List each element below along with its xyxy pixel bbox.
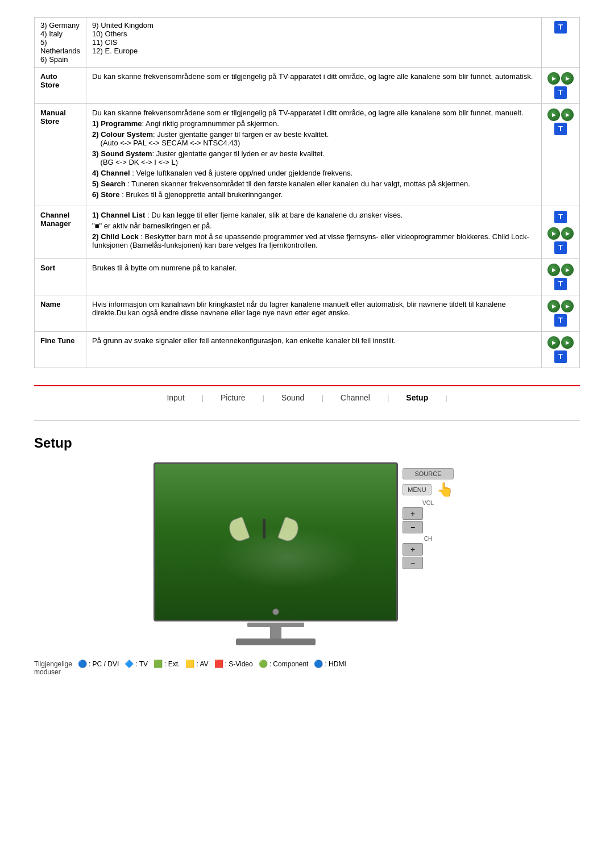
tv-background (155, 464, 396, 620)
nav-input[interactable]: Input (167, 393, 184, 402)
setup-title: Setup (34, 435, 580, 451)
legend-component: 🟢 : Component (259, 660, 309, 668)
nav-picture[interactable]: Picture (221, 393, 246, 402)
nav-sep-5: | (445, 394, 447, 402)
legend-row: Tilgjengelige 🔵 : PC / DVI 🔷 : TV 🟩 : Ex… (34, 660, 580, 668)
hdmi-icon: 🔵 (314, 660, 323, 668)
tv-side-panel: SOURCE MENU 👆 VOL + − CH + (403, 462, 454, 569)
component-icon: 🟢 (259, 660, 268, 668)
section-divider (34, 420, 580, 421)
navigation-bar: Input | Picture | Sound | Channel | Setu… (34, 385, 580, 409)
countries-row: 3) Germany 4) Italy 5) Netherlands 6) Sp… (35, 18, 580, 68)
vol-label: VOL (403, 500, 454, 506)
tv-stand-bottom (236, 639, 316, 645)
channel-manager-row: ChannelManager 1) Channel List : Du kan … (35, 206, 580, 259)
auto-store-row: AutoStore Du kan skanne frekvensområdene… (35, 68, 580, 104)
name-content: Hvis informasjon om kanalnavn blir kring… (86, 295, 542, 332)
arrow-icon-4 (561, 108, 574, 121)
nav-channel[interactable]: Channel (341, 393, 370, 402)
name-label: Name (35, 295, 86, 332)
manual-store-label: ManualStore (35, 104, 86, 206)
legend-svideo: 🟥 : S-Video (214, 660, 253, 668)
tv-power-dot (272, 608, 279, 615)
countries-icon-cell: T (542, 18, 580, 68)
arrow-icon-12 (561, 336, 574, 349)
legend-section: Tilgjengelige 🔵 : PC / DVI 🔷 : TV 🟩 : Ex… (34, 660, 580, 676)
arrow-icon-11 (547, 336, 560, 349)
ch-group: CH + − (403, 536, 454, 569)
menu-button[interactable]: MENU (403, 484, 432, 495)
legend-av: 🟨 : AV (185, 660, 208, 668)
fine-tune-row: Fine Tune På grunn av svake signaler ell… (35, 332, 580, 368)
vol-plus-button[interactable]: + (403, 507, 423, 520)
main-content-table: 3) Germany 4) Italy 5) Netherlands 6) Sp… (34, 17, 580, 368)
nav-sep-2: | (263, 394, 264, 402)
legend-tv: 🔷 : TV (125, 660, 148, 668)
flower-overlay (215, 527, 360, 589)
ch-plus-button[interactable]: + (403, 543, 423, 556)
hand-cursor-icon: 👆 (437, 482, 454, 498)
moduser-label: moduser (34, 668, 580, 676)
arrow-icon-7 (547, 264, 560, 276)
arrow-icon-10 (561, 300, 574, 312)
av-label: : AV (196, 660, 208, 668)
nav-sep-4: | (387, 394, 389, 402)
manual-store-content: Du kan skanne frekvensområdene som er ti… (86, 104, 542, 206)
legend-ext: 🟩 : Ext. (154, 660, 180, 668)
butterfly-body (263, 519, 265, 539)
arrow-icon-1 (547, 72, 560, 85)
countries-col1: 3) Germany 4) Italy 5) Netherlands 6) Sp… (35, 18, 86, 68)
legend-hdmi: 🔵 : HDMI (314, 660, 346, 668)
sort-row: Sort Brukes til å bytte om numrene på to… (35, 259, 580, 295)
sort-label: Sort (35, 259, 86, 295)
av-icon: 🟨 (185, 660, 194, 668)
fine-tune-content: På grunn av svake signaler eller feil an… (86, 332, 542, 368)
nav-sep-1: | (202, 394, 204, 402)
channel-manager-content: 1) Channel List : Du kan legge til eller… (86, 206, 542, 259)
ch-minus-button[interactable]: − (403, 557, 423, 569)
menu-area: MENU 👆 (403, 482, 454, 498)
tv-screen (154, 462, 398, 621)
manual-store-row: ManualStore Du kan skanne frekvensområde… (35, 104, 580, 206)
legend-pc-dvi: 🔵 : PC / DVI (78, 660, 119, 668)
tv-screen-area: SOURCE MENU 👆 VOL + − CH + (154, 462, 460, 645)
arrow-icon-2 (561, 72, 574, 85)
tv-stand-top (247, 623, 304, 627)
t-icon: T (554, 123, 567, 135)
component-label: : Component (269, 660, 309, 668)
t-icon: T (554, 21, 567, 34)
arrow-icon-8 (561, 264, 574, 276)
t-icon: T (554, 278, 567, 290)
sort-icons: T (542, 259, 580, 295)
tv-label: : TV (135, 660, 148, 668)
vol-group: VOL + − (403, 500, 454, 533)
auto-store-label: AutoStore (35, 68, 86, 104)
nav-setup[interactable]: Setup (406, 393, 428, 402)
setup-section: Setup (34, 435, 580, 676)
tilgjengelige-label: Tilgjengelige (34, 660, 72, 668)
t-icon: T (554, 314, 567, 327)
source-button[interactable]: SOURCE (403, 468, 454, 479)
manual-store-icons: T (542, 104, 580, 206)
svideo-label: : S-Video (225, 660, 253, 668)
ch-label: CH (403, 536, 454, 542)
t-icon: T (554, 86, 567, 99)
nav-sound[interactable]: Sound (281, 393, 304, 402)
t-icon: T (554, 350, 567, 363)
tv-wrapper: SOURCE MENU 👆 VOL + − CH + (154, 462, 460, 645)
countries-col2: 9) United Kingdom 10) Others 11) CIS 12)… (86, 18, 542, 68)
fine-tune-icons: T (542, 332, 580, 368)
svideo-icon: 🟥 (214, 660, 223, 668)
name-row: Name Hvis informasjon om kanalnavn blir … (35, 295, 580, 332)
t-icon: T (554, 241, 567, 254)
arrow-icon-3 (547, 108, 560, 121)
pc-dvi-label: : PC / DVI (89, 660, 119, 668)
auto-store-content: Du kan skanne frekvensområdene som er ti… (86, 68, 542, 104)
hdmi-label: : HDMI (325, 660, 346, 668)
arrow-icon-9 (547, 300, 560, 312)
arrow-icon-6 (561, 227, 574, 240)
nav-sep-3: | (321, 394, 323, 402)
arrow-icon-5 (547, 227, 560, 240)
sort-content: Brukes til å bytte om numrene på to kana… (86, 259, 542, 295)
vol-minus-button[interactable]: − (403, 521, 423, 533)
